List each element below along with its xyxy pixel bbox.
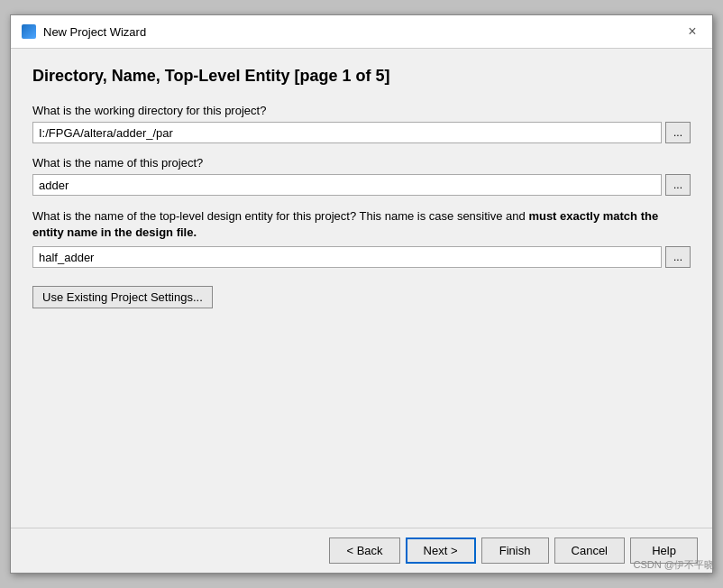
project-name-input[interactable] (32, 174, 662, 196)
dialog-footer: < Back Next > Finish Cancel Help (11, 528, 712, 573)
close-button[interactable]: × (683, 23, 701, 41)
dialog-content: Directory, Name, Top-Level Entity [page … (11, 49, 712, 528)
help-button[interactable]: Help (630, 537, 698, 564)
working-dir-label: What is the working directory for this p… (32, 104, 691, 117)
project-name-label: What is the name of this project? (32, 156, 691, 170)
title-bar: New Project Wizard × (11, 15, 712, 49)
working-dir-browse-button[interactable]: ... (665, 122, 691, 143)
cancel-button[interactable]: Cancel (554, 537, 625, 564)
top-level-entity-description: What is the name of the top-level design… (32, 208, 691, 241)
use-existing-button[interactable]: Use Existing Project Settings... (32, 286, 213, 308)
top-level-entity-input[interactable] (32, 246, 662, 268)
title-bar-text: New Project Wizard (43, 25, 676, 39)
wizard-icon (22, 24, 36, 39)
project-name-row: ... (32, 174, 691, 196)
back-button[interactable]: < Back (329, 537, 399, 564)
working-dir-input[interactable] (32, 122, 662, 143)
page-title: Directory, Name, Top-Level Entity [page … (32, 67, 691, 86)
project-name-browse-button[interactable]: ... (665, 174, 691, 196)
finish-button[interactable]: Finish (481, 537, 549, 564)
dialog-window: New Project Wizard × Directory, Name, To… (10, 14, 713, 574)
top-level-entity-row: ... (32, 246, 691, 268)
working-dir-row: ... (32, 122, 691, 143)
next-button[interactable]: Next > (406, 537, 476, 564)
top-level-entity-browse-button[interactable]: ... (665, 246, 691, 268)
